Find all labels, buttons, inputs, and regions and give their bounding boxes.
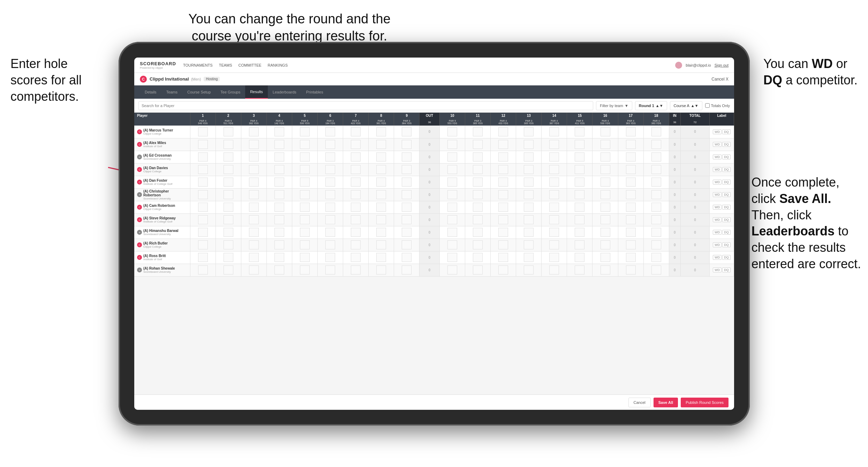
score-input-hole-15[interactable] bbox=[575, 152, 584, 161]
hole-11-score[interactable] bbox=[465, 126, 491, 138]
hole-16-score[interactable] bbox=[592, 151, 618, 163]
score-input-hole-18[interactable] bbox=[651, 178, 661, 187]
hole-15-score[interactable] bbox=[567, 201, 592, 213]
hole-2-score[interactable] bbox=[216, 176, 241, 188]
hole-3-score[interactable] bbox=[241, 201, 266, 213]
score-input-hole-13[interactable] bbox=[524, 215, 534, 224]
score-input-hole-3[interactable] bbox=[249, 152, 259, 161]
score-input-hole-9[interactable] bbox=[402, 152, 412, 161]
hole-10-score[interactable] bbox=[440, 151, 465, 163]
hole-2-score[interactable] bbox=[216, 151, 241, 163]
score-input-hole-11[interactable] bbox=[473, 240, 483, 249]
hole-13-score[interactable] bbox=[516, 176, 542, 188]
score-input-hole-17[interactable] bbox=[626, 127, 636, 136]
hole-10-score[interactable] bbox=[440, 176, 465, 188]
dq-button[interactable]: DQ bbox=[722, 217, 731, 222]
hole-12-score[interactable] bbox=[491, 201, 516, 213]
score-input-hole-10[interactable] bbox=[447, 127, 457, 136]
hole-8-score[interactable] bbox=[369, 126, 394, 138]
score-input-hole-14[interactable] bbox=[549, 178, 559, 187]
score-input-hole-13[interactable] bbox=[524, 203, 534, 212]
hole-8-score[interactable] bbox=[369, 151, 394, 163]
hole-9-score[interactable] bbox=[394, 201, 420, 213]
score-input-hole-6[interactable] bbox=[325, 127, 335, 136]
score-input-hole-4[interactable] bbox=[274, 215, 284, 224]
score-input-hole-14[interactable] bbox=[549, 165, 559, 174]
tab-printables[interactable]: Printables bbox=[301, 85, 328, 99]
hole-12-score[interactable] bbox=[491, 239, 516, 251]
hole-8-score[interactable] bbox=[369, 201, 394, 213]
score-input-hole-6[interactable] bbox=[325, 165, 335, 174]
score-input-hole-16[interactable] bbox=[601, 140, 610, 149]
score-input-hole-8[interactable] bbox=[376, 152, 386, 161]
hole-14-score[interactable] bbox=[542, 126, 567, 138]
score-input-hole-10[interactable] bbox=[447, 178, 457, 187]
hole-3-score[interactable] bbox=[241, 138, 266, 151]
score-input-hole-3[interactable] bbox=[249, 253, 259, 262]
hole-9-score[interactable] bbox=[394, 239, 420, 251]
dq-button[interactable]: DQ bbox=[722, 142, 731, 147]
hole-6-score[interactable] bbox=[317, 138, 343, 151]
hole-10-score[interactable] bbox=[440, 213, 465, 226]
score-input-hole-13[interactable] bbox=[524, 228, 534, 237]
score-input-hole-6[interactable] bbox=[325, 203, 335, 212]
score-input-hole-13[interactable] bbox=[524, 165, 534, 174]
hole-3-score[interactable] bbox=[241, 213, 266, 226]
hole-12-score[interactable] bbox=[491, 264, 516, 276]
score-input-hole-16[interactable] bbox=[601, 253, 610, 262]
hole-18-score[interactable] bbox=[643, 176, 669, 188]
hole-14-score[interactable] bbox=[542, 188, 567, 201]
score-input-hole-2[interactable] bbox=[224, 190, 233, 199]
hole-4-score[interactable] bbox=[266, 251, 292, 264]
score-input-hole-15[interactable] bbox=[575, 228, 584, 237]
score-input-hole-9[interactable] bbox=[402, 165, 412, 174]
wd-button[interactable]: WD bbox=[713, 268, 722, 272]
search-input[interactable] bbox=[138, 101, 593, 110]
hole-1-score[interactable] bbox=[190, 239, 216, 251]
hole-13-score[interactable] bbox=[516, 201, 542, 213]
hole-13-score[interactable] bbox=[516, 126, 542, 138]
wd-button[interactable]: WD bbox=[713, 255, 722, 260]
hole-14-score[interactable] bbox=[542, 201, 567, 213]
score-input-hole-12[interactable] bbox=[498, 165, 508, 174]
score-input-hole-3[interactable] bbox=[249, 140, 259, 149]
score-input-hole-11[interactable] bbox=[473, 253, 483, 262]
hole-15-score[interactable] bbox=[567, 176, 592, 188]
hole-2-score[interactable] bbox=[216, 163, 241, 176]
score-input-hole-5[interactable] bbox=[300, 165, 310, 174]
hole-7-score[interactable] bbox=[343, 201, 368, 213]
score-input-hole-1[interactable] bbox=[198, 215, 208, 224]
hole-8-score[interactable] bbox=[369, 163, 394, 176]
sign-out-link[interactable]: Sign out bbox=[715, 63, 729, 67]
wd-button[interactable]: WD bbox=[713, 192, 722, 197]
hole-1-score[interactable] bbox=[190, 138, 216, 151]
hole-2-score[interactable] bbox=[216, 264, 241, 276]
scores-table-container[interactable]: Player 1 2 3 4 5 6 7 8 9 OUT 10 11 12 bbox=[134, 113, 734, 394]
hole-11-score[interactable] bbox=[465, 151, 491, 163]
hole-5-score[interactable] bbox=[292, 188, 317, 201]
score-input-hole-17[interactable] bbox=[626, 253, 636, 262]
nav-committee[interactable]: COMMITTEE bbox=[239, 63, 262, 67]
score-input-hole-12[interactable] bbox=[498, 140, 508, 149]
score-input-hole-2[interactable] bbox=[224, 215, 233, 224]
score-input-hole-1[interactable] bbox=[198, 228, 208, 237]
score-input-hole-8[interactable] bbox=[376, 228, 386, 237]
score-input-hole-12[interactable] bbox=[498, 265, 508, 274]
hole-17-score[interactable] bbox=[618, 151, 643, 163]
score-input-hole-1[interactable] bbox=[198, 127, 208, 136]
hole-12-score[interactable] bbox=[491, 176, 516, 188]
cancel-button[interactable]: Cancel bbox=[628, 398, 651, 407]
hole-3-score[interactable] bbox=[241, 151, 266, 163]
hole-18-score[interactable] bbox=[643, 138, 669, 151]
hole-17-score[interactable] bbox=[618, 251, 643, 264]
score-input-hole-6[interactable] bbox=[325, 215, 335, 224]
hole-17-score[interactable] bbox=[618, 188, 643, 201]
score-input-hole-8[interactable] bbox=[376, 190, 386, 199]
hole-1-score[interactable] bbox=[190, 176, 216, 188]
score-input-hole-6[interactable] bbox=[325, 152, 335, 161]
hole-18-score[interactable] bbox=[643, 126, 669, 138]
tab-leaderboards[interactable]: Leaderboards bbox=[268, 85, 301, 99]
hole-8-score[interactable] bbox=[369, 213, 394, 226]
score-input-hole-8[interactable] bbox=[376, 240, 386, 249]
hole-7-score[interactable] bbox=[343, 239, 368, 251]
